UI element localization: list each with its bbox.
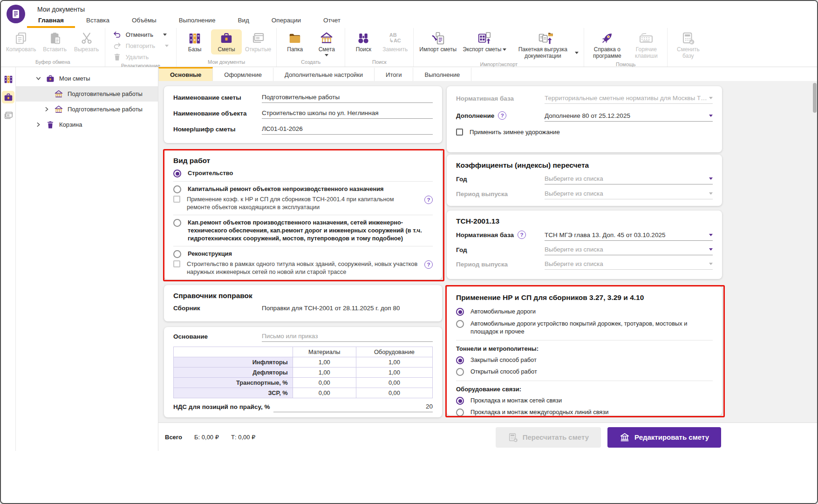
tsn13-year-select[interactable]: Выберите из списка [545, 246, 713, 255]
about-button[interactable]: Справка о программе [587, 29, 627, 61]
radio-closed-method[interactable]: Закрытый способ работ [456, 356, 713, 364]
toolbar-group-base: Сменить базу [668, 28, 709, 67]
radio-capital-repair-nonprod[interactable]: Капитальный ремонт объектов непроизводст… [173, 185, 433, 193]
strip-estimates-icon[interactable] [2, 91, 14, 103]
cell-equipment[interactable]: 0,00 [356, 378, 432, 388]
cell-materials[interactable]: 1,00 [293, 368, 356, 378]
cell-equipment[interactable]: 1,00 [356, 357, 432, 368]
cell-materials[interactable]: 1,00 [293, 357, 356, 368]
paste-button[interactable]: Вставить [40, 29, 70, 54]
object-name-field[interactable]: Строительство школы по ул. Неглинная [262, 109, 433, 119]
tab-execution[interactable]: Выполнение [413, 67, 471, 81]
cell-equipment[interactable]: 1,00 [356, 368, 432, 378]
radio-auto-roads-coatings[interactable]: Автомобильные дороги устройство покрытий… [456, 320, 713, 335]
help-icon[interactable]: ? [424, 196, 433, 204]
edit-estimate-button[interactable]: Редактировать смету [607, 427, 721, 448]
hotkeys-button[interactable]: Горячие клавиши [628, 29, 664, 61]
ribbon-tab-volumes[interactable]: Объёмы [121, 14, 168, 28]
chevron-right-icon[interactable] [35, 122, 41, 128]
estimate-code-field[interactable]: ЛС01-01-2026 [262, 125, 433, 135]
batch-upload-button[interactable]: Пакетная выгрузка документации [510, 29, 581, 61]
estimate-create-button[interactable]: Смета [311, 29, 342, 58]
calculator-icon [681, 31, 695, 46]
copy-label: Копировать [6, 47, 36, 53]
copy-button[interactable]: Копировать [4, 29, 39, 54]
import-label: Импорт сметы [419, 47, 457, 53]
estimate-name-field[interactable]: Подготовительные работы [262, 94, 433, 103]
toolbar-group-docs: Базы Сметы Открытые Мои документы [177, 28, 277, 67]
trash-icon [113, 53, 122, 61]
strip-bases-icon[interactable] [2, 73, 14, 85]
radio-auto-roads[interactable]: Автомобильные дороги [456, 308, 713, 316]
cell-materials[interactable]: 0,00 [293, 388, 356, 398]
normbase-select[interactable]: Территориальные сметные нормативы для Мо… [545, 95, 713, 104]
tsn13-base-select[interactable]: ТСН МГЭ глава 13. Доп. 45 от 03.10.2025 [545, 232, 713, 241]
import-estimate-button[interactable]: Импорт сметы [416, 29, 459, 54]
estimates-label: Сметы [218, 47, 235, 53]
ribbon-tab-main[interactable]: Главная [27, 14, 75, 28]
app-logo-icon [7, 5, 25, 23]
radio-comm-networks[interactable]: Прокладка и монтаж сетей связи [456, 397, 713, 405]
chevron-right-icon[interactable] [44, 106, 50, 112]
radio-open-method[interactable]: Открытый способ работ [456, 368, 713, 376]
export-dropdown-icon[interactable] [503, 48, 506, 51]
undo-button[interactable]: Отменить [113, 30, 169, 39]
export-estimate-button[interactable]: Экспорт сметы [460, 29, 509, 54]
cell-materials[interactable]: 0,00 [293, 378, 356, 388]
tab-totals[interactable]: Итоги [375, 67, 413, 81]
search-button[interactable]: Поиск [348, 29, 379, 54]
tab-general[interactable]: Основные [158, 67, 213, 81]
ribbon-tab-execution[interactable]: Выполнение [168, 14, 227, 28]
tree-item-my-estimates[interactable]: Мои сметы [16, 71, 158, 86]
supplement-select[interactable]: Дополнение 80 от 25.12.2025 [545, 112, 713, 122]
ribbon-tab-view[interactable]: Вид [226, 14, 260, 28]
checkbox-winter-costs[interactable]: Применить зимнее удорожание [456, 128, 713, 136]
ribbon-tab-report[interactable]: Отчет [312, 14, 352, 28]
estimates-button[interactable]: Сметы [211, 29, 242, 54]
tree-item-prep-works-2[interactable]: Подготовительные работы [16, 102, 158, 117]
collection-value: Поправки для ТСН-2001 от 28.11.2025 г. д… [262, 305, 433, 313]
help-icon[interactable]: ? [498, 111, 506, 120]
ribbon-tab-operations[interactable]: Операции [260, 14, 312, 28]
help-icon[interactable]: ? [518, 231, 526, 239]
basis-input[interactable] [262, 333, 433, 342]
tree-item-prep-works-1[interactable]: Подготовительные работы [16, 86, 158, 102]
redo-button[interactable]: Повторить [113, 41, 169, 50]
tsn13-period-select[interactable]: Выберите из списка [545, 260, 713, 270]
folder-button[interactable]: Папка [279, 29, 310, 54]
radio-construction[interactable]: Строительство [173, 170, 433, 177]
period-select[interactable]: Выберите из списка [545, 190, 713, 199]
vat-field[interactable]: 20 [273, 403, 433, 412]
scrollbar-thumb[interactable] [813, 83, 817, 113]
radio-capital-repair-prod[interactable]: Кап.ремонт объектов производственного на… [173, 219, 433, 242]
estimate-create-dropdown-icon[interactable] [325, 54, 328, 56]
table-row-zsr: ЗСР, % 0,00 0,00 [174, 388, 433, 398]
delete-button[interactable]: Удалить [113, 53, 169, 61]
undo-dropdown-icon[interactable] [163, 34, 167, 36]
cut-button[interactable]: Вырезать [71, 29, 102, 54]
keyboard-icon [639, 31, 654, 46]
checkbox-nr-sp-coef[interactable]: Применение коэф. к НР и СП для сборников… [173, 196, 433, 211]
change-base-button[interactable]: Сменить базу [670, 29, 706, 61]
vertical-scrollbar[interactable] [813, 82, 817, 421]
radio-icon [456, 320, 464, 328]
replace-button[interactable]: AB↳ACЗаменить [380, 29, 410, 54]
cell-equipment[interactable]: 0,00 [356, 388, 432, 398]
table-row-transport: Транспортные, % 0,00 0,00 [174, 378, 433, 388]
opened-button[interactable]: Открытые [243, 29, 273, 54]
redo-dropdown-icon[interactable] [165, 45, 169, 47]
radio-reconstruction[interactable]: Реконструкция [173, 250, 433, 258]
tab-additional-settings[interactable]: Дополнительные настройки [273, 67, 375, 81]
strip-opened-icon[interactable] [2, 109, 14, 122]
radio-comm-longdistance[interactable]: Прокладка и монтаж междугородных линий с… [456, 409, 713, 416]
tab-formatting[interactable]: Оформление [213, 67, 273, 81]
ribbon-tab-insert[interactable]: Вставка [75, 14, 121, 28]
batch-dropdown-icon[interactable] [575, 52, 579, 54]
checkbox-single-title-construction[interactable]: Строительство в рамках одного титула нов… [173, 260, 433, 276]
year-select[interactable]: Выберите из списка [545, 175, 713, 184]
tree-item-trash[interactable]: Корзина [16, 117, 158, 132]
bases-button[interactable]: Базы [179, 29, 210, 54]
chevron-down-icon[interactable] [35, 75, 41, 82]
help-icon[interactable]: ? [424, 260, 433, 269]
recalculate-button[interactable]: Пересчитать смету [496, 427, 601, 448]
